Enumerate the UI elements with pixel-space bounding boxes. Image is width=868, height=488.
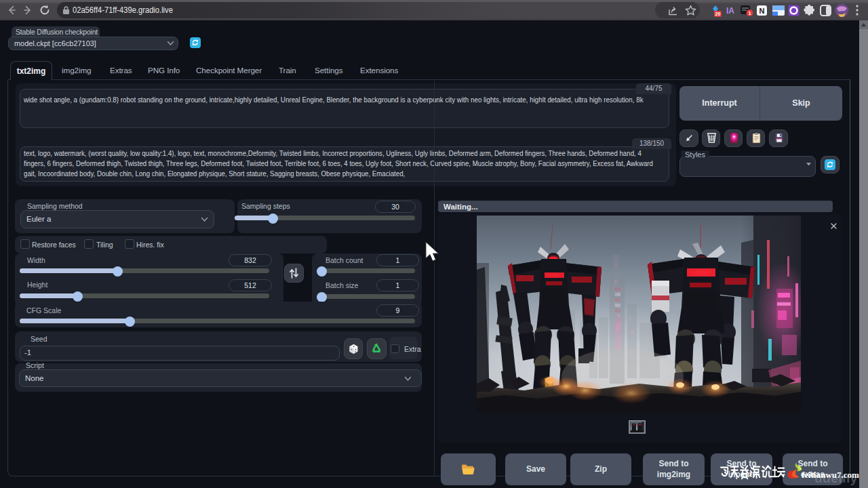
svg-text:20: 20 [715,12,721,16]
svg-text:feitianwu7.com: feitianwu7.com [802,470,859,480]
svg-text:N: N [760,7,765,15]
svg-text:1: 1 [748,10,751,16]
svg-text:IA: IA [726,6,734,16]
